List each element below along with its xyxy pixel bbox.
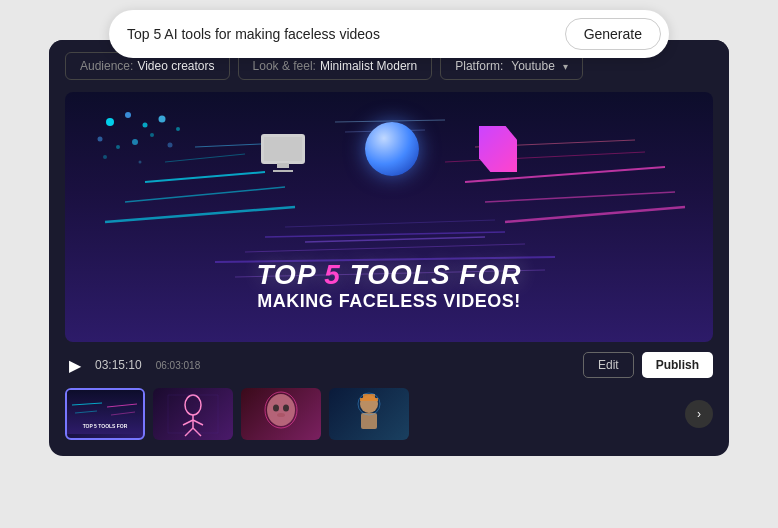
monitor-icon-group <box>261 134 305 164</box>
thumb2-content <box>163 390 223 438</box>
look-feel-label: Look & feel: <box>253 59 316 73</box>
svg-line-6 <box>485 192 675 202</box>
svg-point-19 <box>125 112 131 118</box>
svg-line-3 <box>105 207 295 222</box>
svg-line-30 <box>72 403 102 405</box>
platform-label: Platform: <box>455 59 503 73</box>
controls-bar: ▶ 03:15:10 06:03:018 Edit Publish <box>49 342 729 388</box>
svg-line-10 <box>265 232 505 237</box>
next-button[interactable]: › <box>685 400 713 428</box>
video-content: TOP 5 TOOLS FOR MAKING FACELESS VIDEOS! <box>65 92 713 342</box>
video-title-line1: TOP 5 TOOLS FOR <box>65 259 713 291</box>
svg-point-43 <box>283 405 289 412</box>
thumbnail-3[interactable] <box>241 388 321 440</box>
publish-button[interactable]: Publish <box>642 352 713 378</box>
svg-point-34 <box>185 395 201 415</box>
edit-button[interactable]: Edit <box>583 352 634 378</box>
thumb4-content <box>339 390 399 438</box>
svg-point-41 <box>267 394 295 426</box>
thumbnail-1[interactable]: TOP 5 TOOLS FOR <box>65 388 145 440</box>
abstract-shape-icon <box>479 126 517 172</box>
video-title-overlay: TOP 5 TOOLS FOR MAKING FACELESS VIDEOS! <box>65 259 713 312</box>
video-title-line2: MAKING FACELESS VIDEOS! <box>65 291 713 312</box>
thumbnail-2[interactable] <box>153 388 233 440</box>
action-buttons: Edit Publish <box>583 352 713 378</box>
search-text: Top 5 AI tools for making faceless video… <box>127 26 565 42</box>
svg-line-8 <box>505 207 685 222</box>
svg-line-13 <box>285 220 495 227</box>
video-icons <box>65 122 713 176</box>
app-container: Top 5 AI tools for making faceless video… <box>0 0 778 528</box>
svg-line-33 <box>111 412 135 415</box>
svg-line-31 <box>107 404 137 407</box>
time-current: 03:15:10 <box>95 358 142 372</box>
search-bar: Top 5 AI tools for making faceless video… <box>109 10 669 58</box>
svg-line-39 <box>193 428 201 436</box>
play-button[interactable]: ▶ <box>65 355 85 375</box>
audience-value: Video creators <box>137 59 214 73</box>
playback-controls: ▶ 03:15:10 06:03:018 <box>65 355 200 375</box>
svg-line-11 <box>245 244 525 252</box>
main-panel: Audience:Video creators Look & feel:Mini… <box>49 40 729 456</box>
svg-line-14 <box>305 237 485 242</box>
svg-line-37 <box>193 420 203 425</box>
svg-point-42 <box>273 405 279 412</box>
generate-button[interactable]: Generate <box>565 18 661 50</box>
look-feel-value: Minimalist Modern <box>320 59 417 73</box>
video-preview: TOP 5 TOOLS FOR MAKING FACELESS VIDEOS! <box>65 92 713 342</box>
chevron-down-icon: ▾ <box>563 61 568 72</box>
svg-rect-48 <box>363 394 375 400</box>
sphere-icon <box>365 122 419 176</box>
audience-label: Audience: <box>80 59 133 73</box>
thumb1-lines <box>67 395 143 425</box>
thumb3-content <box>251 390 311 438</box>
platform-value: Youtube <box>511 59 555 73</box>
svg-line-1 <box>125 187 285 202</box>
svg-line-38 <box>185 428 193 436</box>
svg-line-32 <box>75 411 97 413</box>
thumbnails-strip: TOP 5 TOOLS FOR <box>49 388 729 440</box>
time-total: 06:03:018 <box>156 360 201 371</box>
monitor-icon <box>261 134 305 164</box>
thumbnail-4[interactable] <box>329 388 409 440</box>
svg-point-44 <box>277 413 285 417</box>
svg-line-36 <box>183 420 193 425</box>
